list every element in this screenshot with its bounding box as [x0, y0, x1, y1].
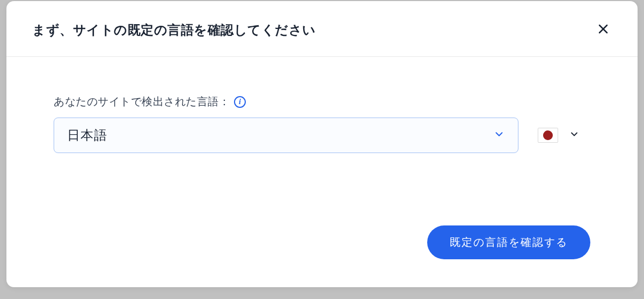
language-select-value: 日本語: [67, 127, 107, 144]
language-select[interactable]: 日本語: [54, 118, 518, 153]
modal-title: まず、サイトの既定の言語を確認してください: [32, 21, 316, 39]
chevron-down-icon: [493, 128, 505, 142]
modal-footer: 既定の言語を確認する: [6, 225, 638, 287]
close-icon: [597, 23, 610, 37]
info-icon[interactable]: i: [234, 96, 246, 108]
chevron-down-icon: [569, 129, 580, 142]
language-confirm-modal: まず、サイトの既定の言語を確認してください あなたのサイトで検出された言語： i…: [6, 1, 638, 287]
modal-header: まず、サイトの既定の言語を確認してください: [6, 1, 638, 57]
select-row: 日本語: [54, 118, 590, 153]
confirm-language-button[interactable]: 既定の言語を確認する: [427, 225, 590, 259]
detected-language-label: あなたのサイトで検出された言語：: [54, 94, 230, 109]
close-button[interactable]: [595, 20, 612, 39]
field-label-row: あなたのサイトで検出された言語： i: [54, 94, 590, 109]
flag-select[interactable]: [538, 128, 590, 143]
modal-body: あなたのサイトで検出された言語： i 日本語: [6, 57, 638, 225]
flag-japan-icon: [538, 128, 558, 143]
